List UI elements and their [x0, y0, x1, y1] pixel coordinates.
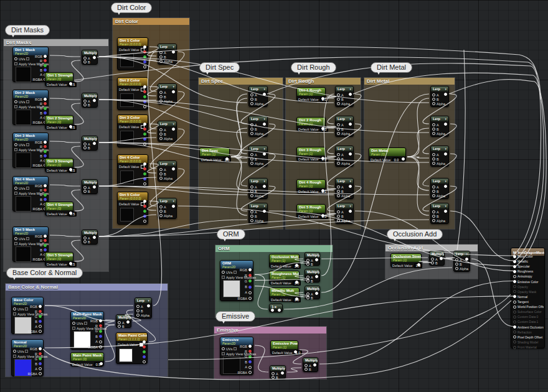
pin-output[interactable] [402, 157, 405, 161]
comment-bubble-occlusion-add[interactable]: Occlusion Add [387, 229, 443, 240]
uvs-pin[interactable] [14, 237, 17, 240]
node-orm[interactable]: ORMParam2DUVsApply View MipBiasRGBRGBARG… [220, 260, 253, 301]
node-multiply[interactable]: MultiplyAB [82, 179, 98, 194]
uvs-value-box[interactable] [26, 237, 29, 240]
pin-g-output[interactable] [143, 95, 146, 98]
pin-rgba-output[interactable] [248, 371, 252, 374]
mipbias-checkbox[interactable]: Apply View MipBias [13, 312, 47, 316]
chevron-down-icon[interactable] [172, 84, 174, 89]
comment-bubble-dirt-color[interactable]: Dirt Color [111, 2, 152, 13]
output-pin-metallic[interactable]: Metallic [513, 259, 544, 263]
comment-header-dirt-rough[interactable]: Dirt Rough [286, 78, 361, 85]
uvs-input[interactable]: UVs [14, 186, 29, 190]
pin-g-output[interactable] [44, 150, 47, 153]
pin-a-input[interactable] [250, 210, 253, 213]
pin-output[interactable] [417, 263, 420, 266]
node-roughness-mult[interactable]: Roughness MultParam (1)Default Value1.0 [269, 271, 300, 285]
pin-a-output[interactable] [248, 366, 252, 369]
node-occlusion-strength[interactable]: Occlusion StrengthParam (1)Default Value… [390, 253, 422, 268]
mipbias-box[interactable] [14, 242, 17, 245]
pin-r-output[interactable] [248, 274, 252, 277]
pin-b-output[interactable] [248, 360, 252, 363]
pin-output[interactable] [69, 262, 72, 265]
node-multiply[interactable]: MultiplyAB [82, 230, 98, 245]
node-dirt-5-color[interactable]: Dirt 5 ColorParam (0,0,0,0)Default Value [117, 192, 148, 225]
pin-r-output[interactable] [39, 352, 42, 355]
pin-alpha-input[interactable] [250, 102, 253, 105]
node-lerp[interactable]: LerpABAlpha [335, 203, 354, 224]
pin-a-input[interactable] [432, 123, 435, 126]
pin-b-input[interactable] [136, 309, 139, 312]
node-lerp[interactable]: LerpABAlpha [158, 198, 177, 219]
pin-output[interactable] [349, 123, 352, 126]
output-pin-opacitymask[interactable]: Opacity Mask [513, 290, 544, 294]
pin-b-input[interactable] [83, 240, 87, 243]
chevron-down-icon[interactable] [349, 146, 351, 151]
pin-a-input[interactable] [250, 185, 253, 189]
comment-header-dirt-color[interactable]: Dirt Color [113, 18, 189, 25]
pin-rgba-output[interactable] [143, 200, 146, 203]
pin-r-output[interactable] [143, 50, 146, 54]
pin-g-output[interactable] [143, 350, 146, 353]
pin-rgb-output[interactable] [44, 98, 47, 101]
node-lerp[interactable]: LerpABAlpha [430, 146, 449, 167]
node-dirt-3-strength[interactable]: Dirt 3 StrengthParam (0)Default Value0.5 [45, 158, 73, 172]
mipbias-box[interactable] [222, 352, 225, 355]
node-lerp[interactable]: LerpABAlpha [248, 146, 268, 167]
default-value-input[interactable]: 0.0 [392, 157, 401, 162]
pin-b-input[interactable] [159, 133, 163, 136]
uvs-input[interactable]: UVs [13, 349, 28, 353]
chevron-down-icon[interactable] [349, 179, 351, 184]
pin-rgba-output[interactable] [143, 123, 146, 126]
pin-output[interactable] [444, 185, 447, 188]
roughness-pin[interactable] [513, 270, 516, 273]
pin-a-input[interactable] [432, 210, 435, 213]
pin-a-output[interactable] [143, 360, 146, 363]
pin-rgb-output[interactable] [44, 235, 47, 238]
pin-output[interactable] [315, 258, 318, 261]
pin-rgb-output[interactable] [44, 184, 47, 187]
pin-output[interactable] [281, 371, 284, 375]
wire-routing-5[interactable] [457, 50, 465, 250]
pin-b-output[interactable] [44, 198, 47, 201]
node-lerp[interactable]: LerpABAlpha [335, 178, 354, 199]
pin-a-input[interactable] [337, 93, 340, 96]
pin-a-input[interactable] [337, 153, 340, 156]
pin-output[interactable] [100, 362, 103, 365]
chevron-down-icon[interactable] [349, 116, 351, 121]
chevron-down-icon[interactable] [445, 86, 446, 91]
pin-output[interactable] [147, 304, 150, 307]
pin-rgba-output[interactable] [143, 162, 146, 166]
pin-b-output[interactable] [44, 111, 47, 114]
pin-b-input[interactable] [272, 376, 275, 379]
comment-header-emissive[interactable]: Emissive [214, 327, 326, 334]
output-pin-pdo[interactable]: Pixel Depth Offset [513, 335, 544, 339]
pin-rgba-output[interactable] [39, 372, 42, 375]
output-pin-normal[interactable]: Normal [513, 295, 544, 299]
pin-alpha-input[interactable] [250, 219, 253, 222]
uvs-value-box[interactable] [26, 143, 29, 146]
output-pin-anisotropy[interactable]: Anisotropy [513, 274, 544, 278]
pin-b-input[interactable] [250, 98, 253, 101]
comment-header-orm[interactable]: ORM [215, 245, 333, 252]
node-lerp[interactable]: LerpABAlpha [430, 178, 449, 199]
uvs-input[interactable]: UVs [222, 347, 237, 351]
node-oneminus[interactable]: 1-x [269, 304, 283, 312]
pin-output[interactable] [444, 93, 447, 96]
tangent-pin[interactable] [513, 301, 516, 304]
node-lerp[interactable]: LerpABAlpha [158, 161, 177, 182]
pin-a-output[interactable] [143, 65, 146, 68]
node-metallic-mult[interactable]: Metallic MultParam (1)Default Value1.0 [269, 287, 300, 302]
pin-alpha-input[interactable] [250, 162, 253, 165]
chevron-down-icon[interactable] [263, 86, 265, 91]
node-dirt-metal[interactable]: Dirt MetalParam (0)Default Value0.0 [369, 147, 406, 162]
emissive-pin[interactable] [513, 280, 516, 283]
pdo-pin[interactable] [513, 335, 516, 338]
pin-output[interactable] [263, 123, 266, 126]
node-base-color[interactable]: Base ColorParam2DUVsApply View MipBiasRG… [11, 297, 44, 334]
node-dirt-1-strength[interactable]: Dirt 1 StrengthParam (0)Default Value0.5 [45, 72, 73, 86]
output-pin-roughness[interactable]: Roughness [513, 269, 544, 273]
output-pin-ao[interactable]: Ambient Occlusion [513, 325, 544, 329]
pin-a-input[interactable] [432, 185, 435, 189]
pin-output[interactable] [444, 210, 447, 213]
